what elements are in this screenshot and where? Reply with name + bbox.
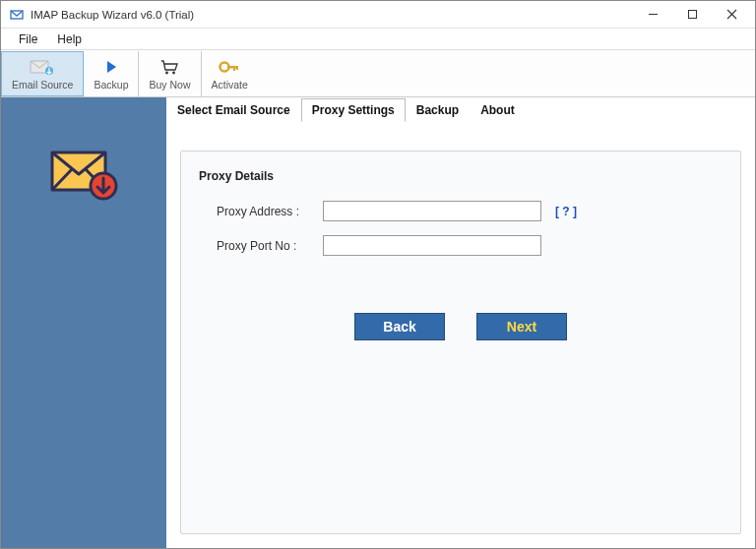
toolbar-email-source[interactable]: Email Source [1, 51, 84, 96]
buy-now-icon [159, 57, 179, 77]
proxy-address-input[interactable] [323, 201, 541, 221]
svg-rect-13 [236, 66, 238, 70]
window-controls [633, 2, 751, 28]
button-row: Back Next [199, 313, 723, 340]
menu-file[interactable]: File [9, 30, 47, 48]
window-title: IMAP Backup Wizard v6.0 (Trial) [31, 9, 633, 21]
tab-backup[interactable]: Backup [406, 98, 470, 122]
proxy-port-label: Proxy Port No : [217, 239, 323, 253]
menubar: File Help [1, 29, 755, 50]
svg-point-9 [173, 71, 176, 74]
proxy-address-label: Proxy Address : [217, 205, 323, 218]
toolbar-activate[interactable]: Activate [202, 51, 258, 96]
toolbar-label: Backup [94, 79, 128, 91]
svg-marker-7 [107, 61, 116, 73]
panel-title: Proxy Details [199, 169, 723, 183]
content-area: Select Email Source Proxy Settings Backu… [166, 97, 755, 549]
tab-proxy-settings[interactable]: Proxy Settings [301, 98, 406, 122]
toolbar-label: Activate [212, 79, 248, 91]
sidebar [1, 97, 166, 549]
svg-rect-12 [233, 66, 235, 71]
next-button[interactable]: Next [476, 313, 567, 340]
tab-about[interactable]: About [470, 98, 526, 122]
app-icon [9, 7, 25, 23]
proxy-panel: Proxy Details Proxy Address : [ ? ] Prox… [180, 151, 741, 534]
svg-point-8 [166, 71, 169, 74]
tab-select-email-source[interactable]: Select Email Source [166, 98, 301, 122]
help-link[interactable]: [ ? ] [555, 205, 577, 218]
toolbar-label: Email Source [12, 79, 73, 91]
proxy-port-input[interactable] [323, 235, 541, 256]
toolbar-buy-now[interactable]: Buy Now [139, 51, 201, 96]
email-source-icon [30, 57, 55, 77]
tabs: Select Email Source Proxy Settings Backu… [166, 97, 755, 121]
toolbar-backup[interactable]: Backup [84, 51, 139, 96]
minimize-button[interactable] [633, 2, 672, 28]
toolbar: Email Source Backup Buy Now [1, 50, 755, 97]
maximize-button[interactable] [672, 2, 712, 28]
activate-icon [219, 57, 240, 77]
toolbar-label: Buy Now [149, 79, 190, 91]
close-button[interactable] [712, 2, 751, 28]
svg-rect-2 [688, 11, 696, 19]
backup-icon [104, 57, 118, 77]
titlebar: IMAP Backup Wizard v6.0 (Trial) [1, 1, 755, 29]
proxy-address-row: Proxy Address : [ ? ] [217, 201, 723, 221]
main-area: Select Email Source Proxy Settings Backu… [1, 97, 755, 549]
envelope-download-icon [44, 135, 123, 207]
menu-help[interactable]: Help [47, 30, 92, 48]
proxy-port-row: Proxy Port No : [217, 235, 723, 256]
back-button[interactable]: Back [354, 313, 445, 340]
